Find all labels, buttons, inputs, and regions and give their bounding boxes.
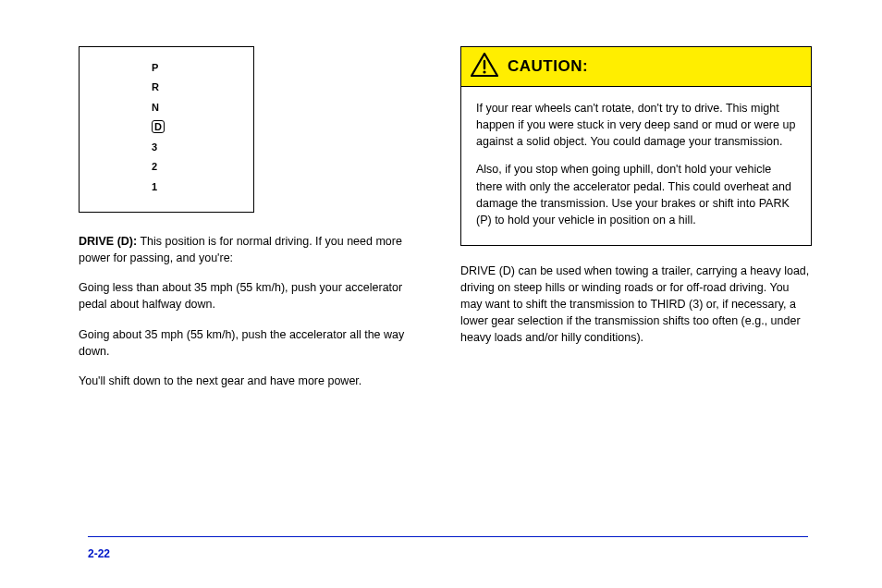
gear-indicator-box: PRND321 [79, 46, 254, 213]
gear-position: N [152, 98, 253, 117]
drive-bullet-2: Going about 35 mph (55 km/h), push the a… [79, 326, 421, 360]
left-column: PRND321 DRIVE (D): This position is for … [79, 46, 421, 402]
svg-point-2 [483, 70, 485, 73]
drive-bullet-1: Going less than about 35 mph (55 km/h), … [79, 279, 421, 312]
caution-header: CAUTION: [461, 47, 811, 87]
gear-position: P [152, 58, 253, 78]
drive-closing: You'll shift down to the next gear and h… [79, 373, 421, 389]
gear-position-selected: D [152, 120, 165, 133]
gear-position: R [152, 78, 253, 97]
page-number: 2-22 [88, 547, 110, 560]
warning-icon [471, 53, 498, 80]
caution-box: CAUTION: If your rear wheels can't rotat… [460, 46, 812, 246]
right-column: CAUTION: If your rear wheels can't rotat… [460, 46, 812, 360]
footer-rule [88, 536, 808, 537]
caution-paragraph-1: If your rear wheels can't rotate, don't … [476, 100, 796, 150]
gear-position: D [152, 117, 253, 137]
gear-list: PRND321 [152, 58, 253, 197]
right-paragraph: DRIVE (D) can be used when towing a trai… [460, 263, 812, 347]
page: PRND321 DRIVE (D): This position is for … [0, 0, 882, 588]
drive-description: DRIVE (D): This position is for normal d… [79, 233, 421, 266]
caution-paragraph-2: Also, if you stop when going uphill, don… [476, 161, 796, 228]
gear-position: 2 [152, 157, 253, 177]
gear-position: 3 [152, 138, 253, 157]
caution-title: CAUTION: [508, 57, 588, 76]
gear-position: 1 [152, 178, 253, 197]
drive-label: DRIVE (D): [79, 235, 137, 248]
caution-body: If your rear wheels can't rotate, don't … [461, 87, 811, 245]
